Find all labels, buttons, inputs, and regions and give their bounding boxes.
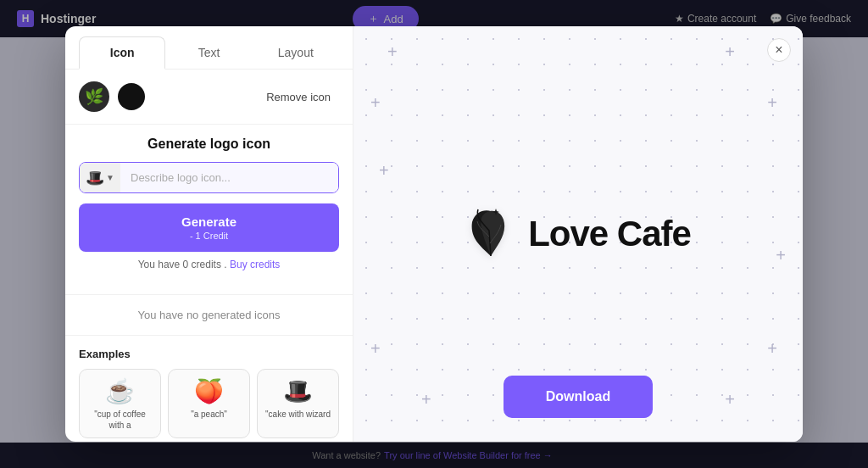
example-item-peach[interactable]: 🍑 "a peach" xyxy=(168,369,250,438)
plus-deco-1: + xyxy=(387,43,398,60)
example-icon-coffee: ☕ xyxy=(105,380,135,404)
examples-grid: ☕ "cup of coffee with a 🍑 "a peach" 🎩 "c… xyxy=(79,369,339,438)
plus-deco-3: + xyxy=(370,94,381,111)
plus-deco-7: + xyxy=(421,391,431,408)
tab-icon[interactable]: Icon xyxy=(79,36,165,70)
icon-selector-btn[interactable]: 🎩 ▼ xyxy=(80,163,120,192)
icon-selector-row: 🌿 Remove icon xyxy=(65,70,353,125)
credits-info: You have 0 credits . Buy credits xyxy=(79,259,339,270)
plus-deco-5: + xyxy=(370,340,381,357)
plus-deco-8: + xyxy=(725,391,735,408)
modal-overlay: Icon Text Layout 🌿 Remove icon Generate … xyxy=(0,0,868,468)
tab-bar: Icon Text Layout xyxy=(65,26,353,70)
generate-button[interactable]: Generate - 1 Credit xyxy=(79,203,339,252)
example-label-peach: "a peach" xyxy=(191,409,227,420)
example-icon-wizard: 🎩 xyxy=(283,380,313,404)
right-panel: + + + + + + + + + + × xyxy=(353,26,803,442)
icon-input-row: 🎩 ▼ xyxy=(79,162,339,193)
preview-icon: 🎩 xyxy=(86,169,104,187)
no-icons-message: You have no generated icons xyxy=(65,294,353,335)
generate-btn-credit: - 1 Credit xyxy=(190,231,228,241)
example-label-coffee: "cup of coffee with a xyxy=(86,409,153,431)
color-picker[interactable] xyxy=(118,83,145,110)
remove-icon-button[interactable]: Remove icon xyxy=(258,86,339,109)
examples-section: Examples ☕ "cup of coffee with a 🍑 "a pe… xyxy=(65,335,353,442)
current-icon-thumb[interactable]: 🌿 xyxy=(79,81,109,112)
buy-credits-link[interactable]: Buy credits xyxy=(230,259,280,270)
examples-title: Examples xyxy=(79,348,339,360)
chevron-down-icon: ▼ xyxy=(106,173,114,182)
logo-preview: Love Cafe xyxy=(465,201,691,267)
left-panel: Icon Text Layout 🌿 Remove icon Generate … xyxy=(65,26,353,442)
logo-editor-modal: Icon Text Layout 🌿 Remove icon Generate … xyxy=(65,26,803,442)
plus-deco-10: + xyxy=(776,247,786,264)
download-button[interactable]: Download xyxy=(504,376,653,418)
plus-deco-2: + xyxy=(725,43,735,60)
plus-deco-9: + xyxy=(379,162,389,179)
close-button[interactable]: × xyxy=(767,38,791,62)
example-icon-peach: 🍑 xyxy=(194,380,224,404)
plus-deco-6: + xyxy=(767,340,777,357)
preview-logo-text: Love Cafe xyxy=(528,214,691,254)
example-label-wizard: "cake with wizard xyxy=(265,409,331,420)
example-item-coffee[interactable]: ☕ "cup of coffee with a xyxy=(79,369,161,438)
example-item-wizard[interactable]: 🎩 "cake with wizard xyxy=(257,369,339,438)
plus-deco-4: + xyxy=(767,94,777,111)
generate-title: Generate logo icon xyxy=(79,136,339,152)
generate-section: Generate logo icon 🎩 ▼ Generate - 1 Cred… xyxy=(65,125,353,294)
preview-logo-icon xyxy=(465,201,516,267)
describe-input[interactable] xyxy=(120,163,338,192)
tab-layout[interactable]: Layout xyxy=(253,36,339,69)
tab-text[interactable]: Text xyxy=(165,36,252,69)
